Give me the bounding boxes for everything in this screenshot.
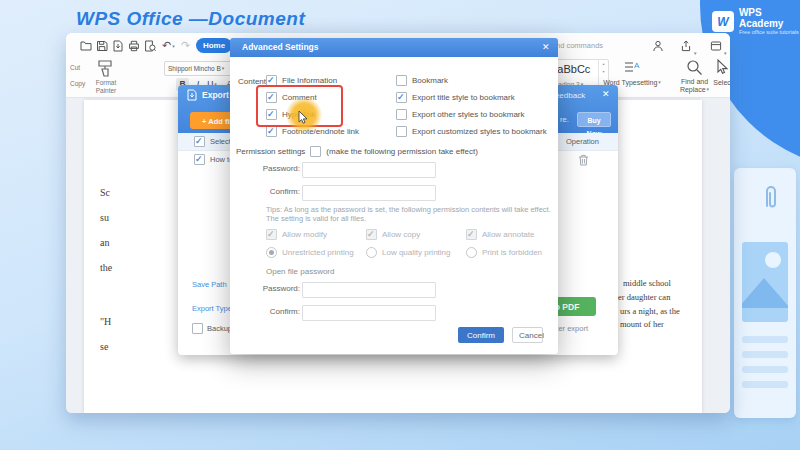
permission-checkbox[interactable] — [310, 146, 321, 157]
placeholder-line — [742, 351, 788, 358]
allow-copy-option: Allow copy — [366, 229, 420, 240]
doc-text-fragment: su — [100, 212, 109, 223]
option-bookmark[interactable]: Bookmark — [396, 75, 448, 86]
copy-button[interactable]: Copy — [70, 80, 85, 87]
customized-styles-checkbox[interactable] — [396, 126, 407, 137]
operation-column-header: Operation — [566, 137, 599, 146]
delete-file-icon[interactable] — [578, 154, 589, 166]
search-commands-input[interactable]: nd commands — [556, 41, 603, 50]
open-file-icon[interactable] — [80, 40, 92, 52]
title-style-checkbox[interactable] — [396, 92, 407, 103]
doc-text-fragment: urs a night, as the — [620, 306, 680, 316]
open-password-label: Password: — [236, 284, 300, 293]
share-dropdown[interactable] — [693, 42, 697, 60]
select-cursor-icon[interactable] — [716, 59, 729, 75]
unrestricted-printing-radio — [266, 247, 277, 258]
placeholder-line — [742, 381, 788, 388]
open-file-password-label: Open file password — [266, 267, 334, 276]
allow-annotate-option: Allow annotate — [466, 229, 534, 240]
format-painter-label2[interactable]: Painter — [90, 87, 122, 94]
doc-text-fragment: mount of her — [620, 319, 664, 329]
allow-annotate-checkbox — [466, 229, 477, 240]
format-painter-label1[interactable]: Format — [90, 79, 122, 86]
permission-settings-row[interactable]: Permission settings (make the following … — [236, 146, 478, 157]
print-forbidden-option: Print is forbidden — [466, 247, 542, 258]
other-styles-checkbox[interactable] — [396, 109, 407, 120]
wps-logo-letter: W — [717, 15, 728, 29]
cut-button[interactable]: Cut — [70, 64, 80, 71]
academy-name: WPS Academy — [739, 7, 800, 29]
advanced-settings-dialog: Advanced Settings ✕ Content: File Inform… — [230, 38, 558, 354]
wps-academy-logo: W WPS Academy Free office suite tutorial… — [712, 7, 800, 36]
allow-modify-checkbox — [266, 229, 277, 240]
backup-checkbox[interactable] — [192, 323, 203, 334]
save-icon[interactable] — [96, 40, 108, 52]
option-title-style-bookmark[interactable]: Export title style to bookmark — [396, 92, 515, 103]
font-name-select[interactable]: Shippori Mincho B — [164, 61, 238, 76]
undo-button[interactable]: ↶ — [162, 39, 175, 52]
wps-logo-icon: W — [712, 11, 734, 32]
doc-text-fragment: middle school — [623, 278, 671, 288]
tab-home[interactable]: Home — [196, 38, 232, 53]
export-close-icon[interactable]: ✕ — [602, 88, 610, 100]
permission-password-input[interactable] — [302, 162, 436, 178]
mouse-cursor-icon — [298, 110, 309, 124]
replace-label[interactable]: Replace — [672, 86, 717, 93]
mode-dropdown[interactable] — [723, 42, 727, 60]
allow-copy-checkbox — [366, 229, 377, 240]
bookmark-checkbox[interactable] — [396, 75, 407, 86]
confirm-label: Confirm: — [236, 187, 300, 196]
print-forbidden-radio — [466, 247, 477, 258]
decorative-document-card — [734, 168, 796, 418]
advanced-close-icon[interactable]: ✕ — [542, 41, 550, 53]
unrestricted-printing-option: Unrestricted printing — [266, 247, 354, 258]
low-quality-printing-option: Low quality printing — [366, 247, 450, 258]
backup-label: Backup — [207, 324, 232, 333]
image-placeholder — [742, 242, 788, 322]
export-pdf-icon — [186, 89, 198, 101]
backup-option[interactable]: Backup — [192, 323, 232, 334]
paperclip-icon — [762, 184, 780, 212]
academy-tagline: Free office suite tutorials — [739, 29, 800, 36]
permission-confirm-input[interactable] — [302, 185, 436, 201]
open-confirm-label: Confirm: — [236, 307, 300, 316]
doc-text-fragment: er daughter can — [618, 292, 670, 302]
option-customized-styles-bookmark[interactable]: Export customized styles to bookmark — [396, 126, 547, 137]
doc-text-fragment: an — [100, 237, 109, 248]
confirm-button[interactable]: Confirm — [458, 327, 504, 343]
advanced-dialog-title: Advanced Settings — [242, 42, 319, 52]
doc-text-fragment: "H — [100, 316, 111, 327]
word-typesetting-icon[interactable]: A — [624, 60, 640, 76]
tips-line2: The setting is valid for all files. — [266, 214, 366, 223]
account-icon[interactable] — [652, 40, 664, 52]
footnote-checkbox[interactable] — [266, 126, 277, 137]
share-icon[interactable] — [680, 40, 692, 52]
buy-now-button[interactable]: Buy Now — [577, 112, 611, 127]
find-replace-icon[interactable] — [686, 59, 703, 76]
output-icon[interactable] — [112, 40, 124, 52]
print-icon[interactable] — [128, 40, 140, 52]
interface-mode-icon[interactable] — [710, 40, 722, 52]
open-confirm-input[interactable] — [302, 305, 436, 321]
open-password-input[interactable] — [302, 282, 436, 298]
save-path-link[interactable]: Save Path — [192, 280, 227, 289]
format-painter-icon[interactable] — [96, 59, 114, 79]
placeholder-line — [742, 336, 788, 343]
low-quality-printing-radio — [366, 247, 377, 258]
doc-text-fragment: Sc — [100, 187, 110, 198]
placeholder-line — [742, 366, 788, 373]
select-all-checkbox[interactable] — [194, 136, 205, 147]
svg-text:A: A — [634, 61, 640, 70]
redo-button[interactable]: ↷ — [181, 39, 190, 51]
file-row-checkbox[interactable] — [194, 154, 205, 165]
print-preview-icon[interactable] — [144, 40, 156, 52]
cancel-button[interactable]: Cancel — [512, 327, 543, 343]
option-other-styles-bookmark[interactable]: Export other styles to bookmark — [396, 109, 525, 120]
select-column-header: Select — [210, 137, 231, 146]
export-type-link[interactable]: Export Type — [192, 304, 232, 313]
allow-modify-option: Allow modify — [266, 229, 327, 240]
select-button[interactable]: Select — [708, 79, 730, 86]
page-title: WPS Office —Document — [76, 8, 305, 30]
screenshot-stage: WPS Office —Document W WPS Academy Free … — [0, 0, 800, 450]
promo-text-fragment: re. — [560, 115, 569, 124]
